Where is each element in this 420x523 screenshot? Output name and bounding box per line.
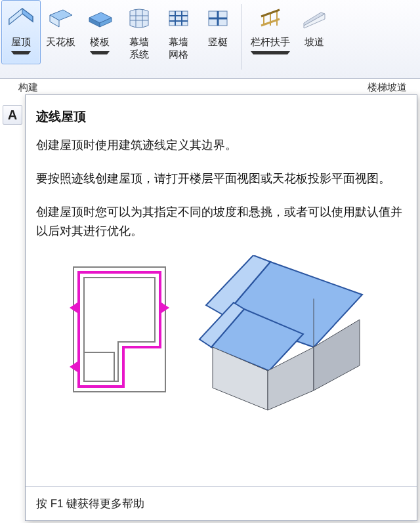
side-tool-label: A — [8, 108, 17, 122]
ribbon-item-curtain-grid[interactable]: 幕墙 网格 — [159, 0, 198, 64]
panel-label-right: 楼梯坡道 — [368, 81, 407, 94]
ribbon-item-mullion[interactable]: 竖梃 — [198, 0, 238, 64]
ribbon-item-floor[interactable]: 楼板 — [80, 0, 119, 64]
ribbon-item-roof[interactable]: 屋顶 — [1, 0, 41, 64]
roof-icon — [6, 3, 36, 33]
ribbon-label: 坡道 — [304, 36, 324, 49]
svg-rect-11 — [169, 11, 188, 26]
ribbon-label-line2: 网格 — [169, 49, 188, 61]
ribbon-label: 天花板 — [46, 36, 75, 49]
tooltip-body: 迹线屋顶 创建屋顶时使用建筑迹线定义其边界。 要按照迹线创建屋顶，请打开楼层平面… — [26, 95, 417, 486]
ribbon-item-ceiling[interactable]: 天花板 — [41, 0, 80, 64]
curtain-system-icon — [124, 3, 154, 33]
tooltip-paragraph: 要按照迹线创建屋顶，请打开楼层平面视图或天花板投影平面视图。 — [36, 169, 406, 188]
ribbon-label: 栏杆扶手 — [251, 36, 290, 49]
ribbon-label: 幕墙 — [129, 36, 149, 49]
svg-rect-26 — [74, 267, 165, 392]
dropdown-icon — [90, 51, 110, 54]
panel-label-left: 构建 — [18, 81, 38, 93]
ribbon-label: 竖梃 — [208, 36, 228, 49]
tooltip-paragraph: 创建屋顶时您可以为其指定不同的坡度和悬挑，或者可以使用默认值并以后对其进行优化。 — [36, 203, 406, 241]
mullion-icon — [203, 3, 233, 33]
tooltip-panel: 迹线屋顶 创建屋顶时使用建筑迹线定义其边界。 要按照迹线创建屋顶，请打开楼层平面… — [25, 94, 417, 521]
tooltip-illustration — [36, 255, 406, 419]
roof-footprint-icon — [60, 255, 178, 400]
tooltip-title: 迹线屋顶 — [36, 107, 406, 127]
ribbon-item-curtain-system[interactable]: 幕墙 系统 — [119, 0, 159, 64]
ribbon-label-line2: 系统 — [129, 49, 149, 61]
ramp-icon — [299, 3, 329, 33]
roof-3d-icon — [198, 255, 382, 419]
ribbon-item-railing[interactable]: 栏杆扶手 — [246, 0, 295, 64]
ceiling-icon — [45, 3, 75, 33]
curtain-grid-icon — [163, 3, 194, 33]
ribbon-label: 幕墙 — [169, 36, 188, 49]
ribbon: 屋顶 天花板 楼板 — [0, 0, 420, 79]
ribbon-item-ramp[interactable]: 坡道 — [295, 0, 334, 64]
tooltip-paragraph: 创建屋顶时使用建筑迹线定义其边界。 — [36, 136, 406, 155]
ribbon-panel-labels: 构建 楼梯坡道 — [0, 80, 420, 94]
ribbon-separator — [242, 4, 242, 70]
side-text-tool[interactable]: A — [3, 105, 22, 125]
svg-marker-1 — [9, 9, 22, 24]
railing-icon — [255, 3, 285, 33]
ribbon-label: 楼板 — [90, 36, 110, 49]
dropdown-icon — [11, 51, 31, 54]
tooltip-footer: 按 F1 键获得更多帮助 — [26, 486, 417, 520]
floor-icon — [85, 3, 115, 33]
ribbon-label: 屋顶 — [11, 36, 31, 49]
dropdown-icon — [251, 51, 290, 54]
